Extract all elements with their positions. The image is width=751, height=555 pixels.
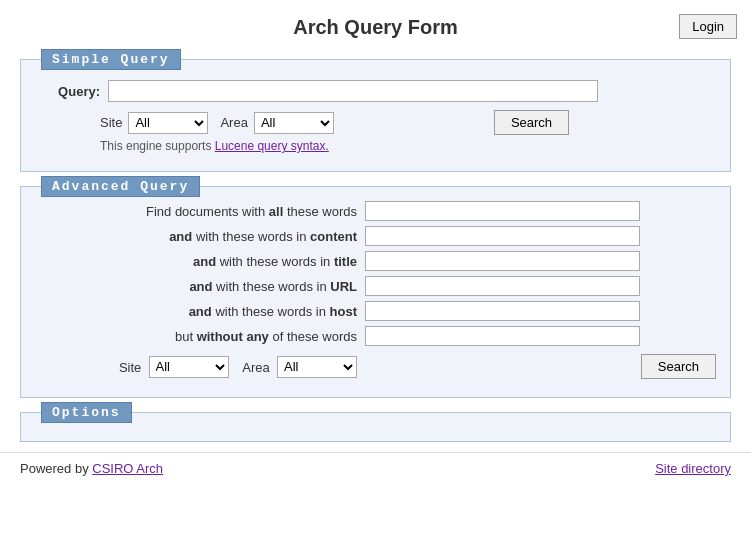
simple-query-input[interactable] xyxy=(108,80,598,102)
advanced-query-legend: Advanced Query xyxy=(41,176,200,197)
site-select-adv[interactable]: All xyxy=(149,356,229,378)
adv-row-6: but without any of these words xyxy=(35,326,716,346)
adv-label-6: but without any of these words xyxy=(35,329,365,344)
lucene-prefix: This engine supports xyxy=(100,139,215,153)
page-header: Arch Query Form Login xyxy=(0,0,751,49)
query-label: Query: xyxy=(35,84,100,99)
adv-input-content[interactable] xyxy=(365,226,640,246)
adv-input-title[interactable] xyxy=(365,251,640,271)
adv-row-3: and with these words in title xyxy=(35,251,716,271)
advanced-query-panel: Advanced Query Find documents with all t… xyxy=(20,186,731,398)
adv-input-all[interactable] xyxy=(365,201,640,221)
lucene-link[interactable]: Lucene query syntax. xyxy=(215,139,329,153)
powered-by: Powered by CSIRO Arch xyxy=(20,461,163,476)
simple-query-row: Query: xyxy=(35,80,716,102)
adv-bold-1: all xyxy=(269,204,283,219)
adv-search-container: Search xyxy=(365,354,716,379)
page-title: Arch Query Form xyxy=(0,16,751,39)
site-label-simple: Site xyxy=(100,115,122,130)
adv-label-1: Find documents with all these words xyxy=(35,204,365,219)
area-label-simple: Area xyxy=(220,115,247,130)
adv-input-host[interactable] xyxy=(365,301,640,321)
adv-row-4: and with these words in URL xyxy=(35,276,716,296)
advanced-search-button[interactable]: Search xyxy=(641,354,716,379)
options-legend: Options xyxy=(41,402,132,423)
adv-input-url[interactable] xyxy=(365,276,640,296)
area-select-simple[interactable]: All xyxy=(254,112,334,134)
simple-query-panel: Simple Query Query: Site All Area All Se… xyxy=(20,59,731,172)
simple-search-button[interactable]: Search xyxy=(494,110,569,135)
page-footer: Powered by CSIRO Arch Site directory xyxy=(0,452,751,484)
area-select-adv[interactable]: All xyxy=(277,356,357,378)
options-panel: Options xyxy=(20,412,731,442)
adv-controls-row: Site All Area All Search xyxy=(35,354,716,379)
site-directory-link[interactable]: Site directory xyxy=(655,461,731,476)
adv-site-area-labels: Site All Area All xyxy=(35,356,365,378)
adv-row-1: Find documents with all these words xyxy=(35,201,716,221)
site-select-simple[interactable]: All xyxy=(128,112,208,134)
adv-label-5: and with these words in host xyxy=(35,304,365,319)
adv-row-2: and with these words in content xyxy=(35,226,716,246)
adv-label-4: and with these words in URL xyxy=(35,279,365,294)
lucene-note: This engine supports Lucene query syntax… xyxy=(100,139,716,153)
powered-by-text: Powered by xyxy=(20,461,92,476)
adv-label-3: and with these words in title xyxy=(35,254,365,269)
site-label-adv: Site xyxy=(119,359,141,374)
area-label-adv: Area xyxy=(242,359,269,374)
login-button[interactable]: Login xyxy=(679,14,737,39)
csiro-arch-link[interactable]: CSIRO Arch xyxy=(92,461,163,476)
adv-label-2: and with these words in content xyxy=(35,229,365,244)
simple-query-legend: Simple Query xyxy=(41,49,181,70)
adv-input-without[interactable] xyxy=(365,326,640,346)
adv-row-5: and with these words in host xyxy=(35,301,716,321)
simple-controls-row: Site All Area All Search xyxy=(100,110,716,135)
